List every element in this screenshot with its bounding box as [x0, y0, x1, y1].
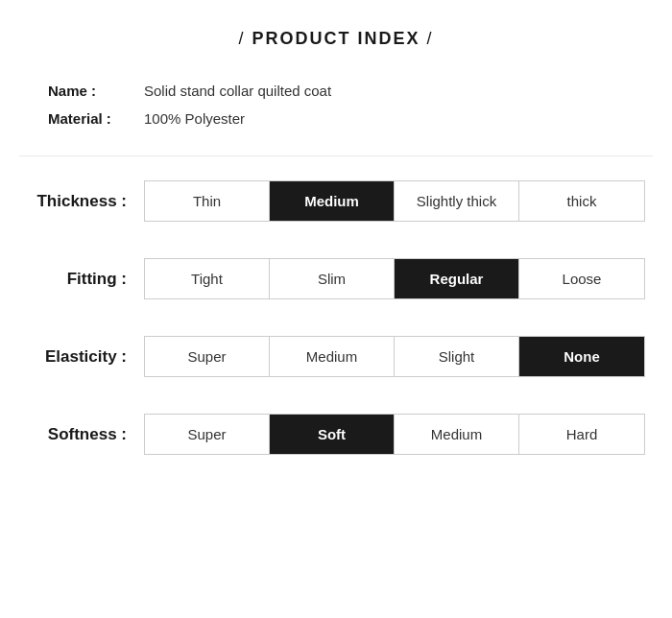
fitting-option-loose[interactable]: Loose [519, 259, 644, 298]
title-prefix: / [238, 29, 252, 48]
index-row-elasticity: Elasticity :SuperMediumSlightNone [19, 326, 653, 387]
thickness-options: ThinMediumSlightly thickthick [144, 180, 645, 222]
thickness-option-slightly-thick[interactable]: Slightly thick [395, 181, 519, 221]
index-row-softness: Softness :SuperSoftMediumHard [19, 404, 653, 464]
divider [19, 155, 653, 156]
elasticity-label: Elasticity : [19, 347, 144, 367]
softness-option-hard[interactable]: Hard [519, 415, 644, 454]
elasticity-option-slight[interactable]: Slight [395, 337, 519, 376]
title-suffix: / [420, 29, 434, 48]
page-container: / PRODUCT INDEX / Name : Solid stand col… [0, 0, 672, 512]
fitting-option-slim[interactable]: Slim [270, 259, 395, 298]
name-row: Name : Solid stand collar quilted coat [48, 83, 653, 99]
elasticity-options: SuperMediumSlightNone [144, 336, 645, 377]
thickness-option-thick[interactable]: thick [519, 181, 644, 221]
thickness-option-thin[interactable]: Thin [145, 181, 270, 221]
elasticity-option-medium[interactable]: Medium [270, 337, 395, 376]
softness-option-super[interactable]: Super [145, 415, 270, 454]
info-section: Name : Solid stand collar quilted coat M… [19, 83, 653, 127]
fitting-option-tight[interactable]: Tight [145, 259, 270, 298]
material-label: Material : [48, 110, 144, 127]
fitting-option-regular[interactable]: Regular [395, 259, 519, 298]
thickness-option-medium[interactable]: Medium [270, 181, 395, 221]
fitting-options: TightSlimRegularLoose [144, 258, 645, 299]
material-value: 100% Polyester [144, 110, 245, 127]
material-row: Material : 100% Polyester [48, 110, 653, 127]
softness-option-medium[interactable]: Medium [395, 415, 519, 454]
thickness-label: Thickness : [19, 192, 144, 211]
name-value: Solid stand collar quilted coat [144, 83, 331, 99]
index-row-thickness: Thickness :ThinMediumSlightly thickthick [19, 171, 653, 231]
fitting-label: Fitting : [19, 270, 144, 289]
name-label: Name : [48, 83, 144, 99]
softness-options: SuperSoftMediumHard [144, 414, 645, 455]
softness-label: Softness : [19, 425, 144, 444]
softness-option-soft[interactable]: Soft [270, 415, 395, 454]
title-main: PRODUCT INDEX [252, 29, 420, 48]
index-row-fitting: Fitting :TightSlimRegularLoose [19, 249, 653, 309]
index-section: Thickness :ThinMediumSlightly thickthick… [19, 171, 653, 464]
elasticity-option-super[interactable]: Super [145, 337, 270, 376]
elasticity-option-none[interactable]: None [519, 337, 644, 376]
page-title: / PRODUCT INDEX / [19, 29, 653, 49]
